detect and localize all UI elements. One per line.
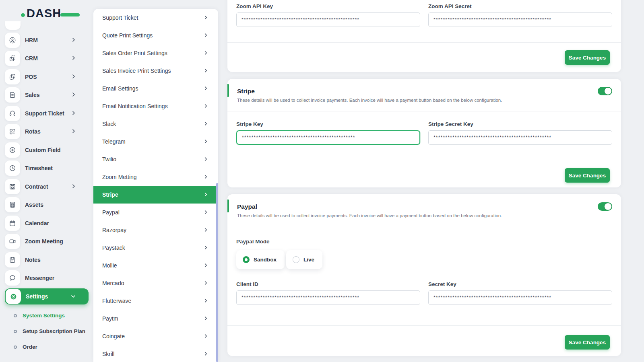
video-camera-icon (5, 234, 20, 249)
sidebar-item-support-ticket[interactable]: Support Ticket (5, 104, 89, 123)
paypal-description: These details will be used to collect in… (237, 213, 611, 218)
sidebar-item-notes[interactable]: Notes (5, 251, 89, 269)
chevron-right-icon (204, 297, 208, 304)
calculator-icon (5, 197, 20, 212)
chevron-right-icon (204, 262, 208, 269)
chevron-right-icon (204, 120, 208, 128)
chevron-right-icon (204, 191, 208, 198)
sidebar-item-partial (5, 21, 21, 30)
sidebar-item-contract[interactable]: Contract (5, 177, 89, 196)
sidebar-item-sales[interactable]: Sales (5, 86, 89, 105)
submenu-item-order[interactable]: Order (14, 339, 90, 355)
secret-key-label: Secret Key (428, 281, 612, 287)
save-changes-button[interactable]: Save Changes (565, 50, 610, 65)
settings-nav-quote-print-settings[interactable]: Quote Print Settings (93, 27, 218, 44)
radio-unchecked-icon[interactable] (293, 256, 299, 263)
stripe-settings-card: Stripe These details will be used to col… (227, 79, 621, 187)
sidebar-item-settings[interactable]: Settings (5, 288, 89, 304)
zoom-settings-card: Zoom API Key ***************************… (227, 0, 621, 72)
secret-key-input[interactable]: ****************************************… (428, 290, 612, 305)
settings-nav-sales-order-print-settings[interactable]: Sales Order Print Settings (93, 44, 218, 62)
paypal-mode-live[interactable]: Live (286, 250, 322, 269)
settings-nav-paystack[interactable]: Paystack (93, 239, 218, 257)
chat-bubble-icon (5, 270, 20, 286)
chevron-right-icon (204, 32, 208, 39)
settings-nav-support-ticket[interactable]: Support Ticket (93, 9, 218, 27)
chevron-right-icon (204, 173, 208, 181)
settings-nav-stripe[interactable]: Stripe (93, 186, 218, 204)
chevron-right-icon (72, 91, 76, 99)
contract-icon (5, 179, 20, 194)
toggle-knob (604, 87, 612, 95)
settings-nav-sales-invoice-print-settings[interactable]: Sales Invoice Print Settings (93, 62, 218, 80)
zoom-api-key-label: Zoom API Key (236, 3, 420, 9)
sidebar-item-pos[interactable]: POS (5, 68, 89, 86)
stripe-key-label: Stripe Key (236, 121, 420, 127)
sidebar-item-crm[interactable]: CRM (5, 49, 89, 68)
logo-dot-icon (21, 13, 25, 17)
settings-nav-flutterwave[interactable]: Flutterwave (93, 292, 218, 310)
settings-nav-mollie[interactable]: Mollie (93, 257, 218, 274)
toggle-knob (604, 203, 612, 210)
hrm-icon (5, 33, 20, 48)
scrollbar-thumb[interactable] (216, 183, 218, 362)
chevron-down-icon (71, 293, 76, 300)
sidebar-item-hrm[interactable]: HRM (5, 31, 89, 49)
stripe-enabled-toggle[interactable] (598, 87, 612, 95)
zoom-api-secret-label: Zoom API Secret (428, 3, 612, 9)
submenu-item-system-settings[interactable]: System Settings (14, 308, 90, 323)
chevron-right-icon (204, 315, 208, 322)
settings-nav-paypal[interactable]: Paypal (93, 204, 218, 221)
logo-dash-icon (60, 13, 80, 16)
chevron-right-icon (204, 49, 208, 57)
sidebar-item-calendar[interactable]: Calendar (5, 214, 89, 232)
sidebar-item-messenger[interactable]: Messenger (5, 269, 89, 288)
stripe-key-input[interactable]: ****************************************… (236, 130, 420, 145)
settings-nav-skrill[interactable]: Skrill (93, 345, 218, 362)
sidebar-item-custom-field[interactable]: Custom Field (5, 141, 89, 159)
crm-icon (5, 51, 20, 66)
chevron-right-icon (72, 73, 76, 80)
submenu-item-setup-subscription-plan[interactable]: Setup Subscription Plan (14, 323, 90, 339)
chevron-right-icon (72, 110, 76, 117)
save-changes-button[interactable]: Save Changes (565, 168, 610, 183)
save-changes-button[interactable]: Save Changes (565, 335, 610, 350)
bullet-icon (14, 314, 17, 317)
paypal-enabled-toggle[interactable] (598, 202, 612, 211)
chevron-right-icon (204, 67, 208, 74)
chevron-right-icon (204, 350, 208, 358)
zoom-api-secret-input[interactable]: ****************************************… (428, 12, 612, 27)
brand-logo[interactable]: DASH (22, 6, 61, 21)
bullet-icon (14, 330, 17, 333)
settings-nav-slack[interactable]: Slack (93, 115, 218, 133)
sidebar-menu: HRM CRM POS Sales Support Ticket Rotas (5, 31, 89, 304)
main-content: Zoom API Key ***************************… (227, 0, 621, 362)
chevron-right-icon (204, 244, 208, 251)
chevron-right-icon (204, 333, 208, 340)
settings-nav-zoom-meeting[interactable]: Zoom Metting (93, 168, 218, 186)
chevron-right-icon (204, 103, 208, 110)
settings-nav-email-settings[interactable]: Email Settings (93, 80, 218, 97)
settings-submenu: System Settings Setup Subscription Plan … (14, 308, 90, 355)
notes-icon (5, 252, 20, 267)
sidebar-item-zoom-meeting[interactable]: Zoom Meeting (5, 232, 89, 251)
settings-nav-mercado[interactable]: Mercado (93, 274, 218, 292)
client-id-input[interactable]: ****************************************… (236, 290, 420, 305)
settings-nav-telegram[interactable]: Telegram (93, 133, 218, 150)
app-sidebar: DASH HRM CRM POS Sales Support Ticket (0, 0, 93, 362)
rotas-icon (5, 124, 20, 139)
paypal-mode-sandbox[interactable]: Sandbox (236, 250, 285, 269)
settings-nav-paytm[interactable]: Paytm (93, 310, 218, 327)
zoom-api-key-input[interactable]: ****************************************… (236, 12, 420, 27)
settings-nav-twilio[interactable]: Twilio (93, 150, 218, 168)
sidebar-item-rotas[interactable]: Rotas (5, 123, 89, 141)
chevron-right-icon (204, 156, 208, 163)
accent-bar (227, 200, 229, 212)
settings-nav-email-notification-settings[interactable]: Email Notification Settings (93, 97, 218, 115)
sidebar-item-timesheet[interactable]: Timesheet (5, 159, 89, 178)
sidebar-item-assets[interactable]: Assets (5, 196, 89, 214)
settings-nav-razorpay[interactable]: Razorpay (93, 221, 218, 239)
settings-nav-coingate[interactable]: Coingate (93, 327, 218, 345)
stripe-secret-key-input[interactable]: ****************************************… (428, 130, 612, 145)
radio-checked-icon[interactable] (243, 256, 250, 263)
